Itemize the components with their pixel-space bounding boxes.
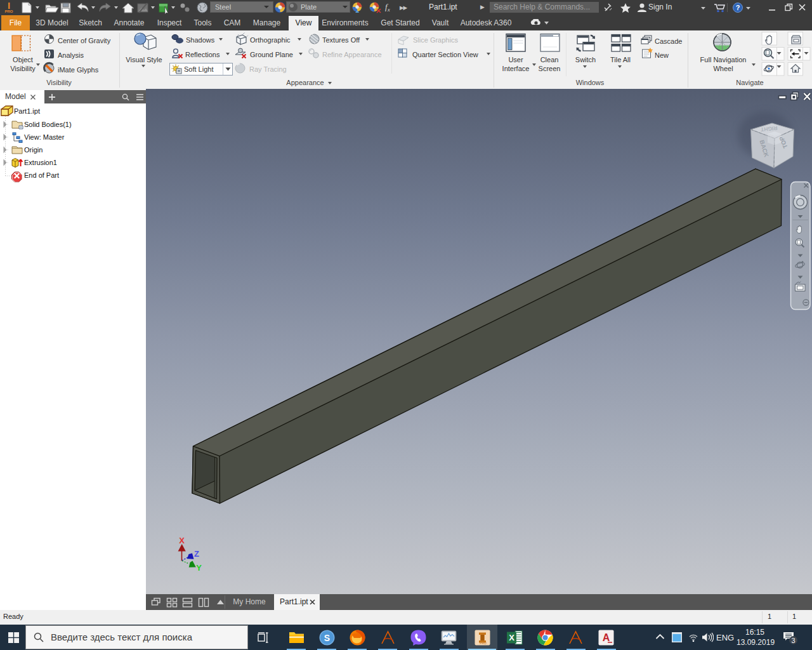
svg-text:?: ?: [736, 4, 740, 11]
svg-text:A: A: [603, 632, 610, 643]
svg-text:X: X: [179, 536, 185, 545]
svg-text:3: 3: [791, 637, 795, 644]
svg-text:S: S: [324, 633, 330, 643]
svg-text:Z: Z: [194, 549, 199, 559]
svg-text:Y: Y: [196, 563, 202, 573]
svg-text:PRO: PRO: [480, 641, 487, 645]
svg-text:X: X: [509, 633, 514, 642]
